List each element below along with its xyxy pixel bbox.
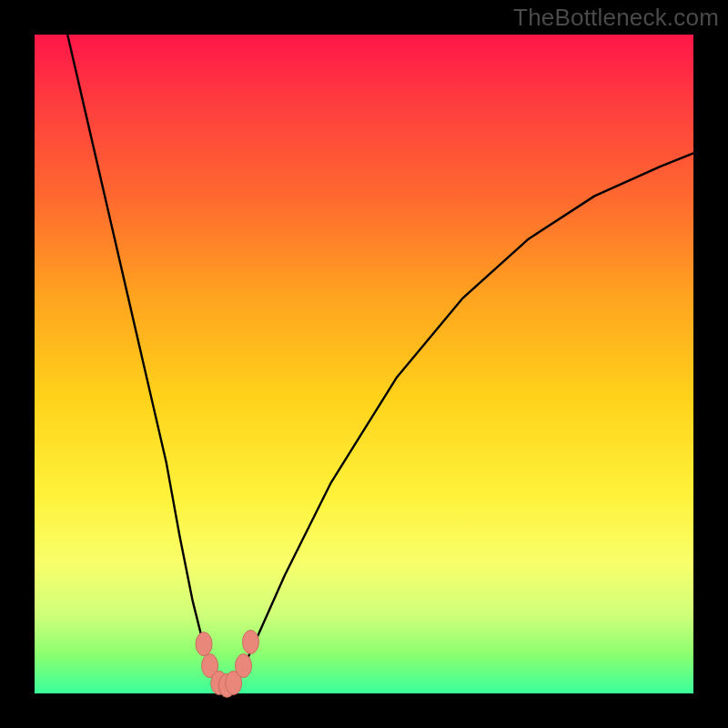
valley-markers [196, 631, 258, 698]
chart-svg [35, 35, 693, 693]
chart-frame: TheBottleneck.com [0, 0, 728, 728]
marker-right-shoulder-bottom [236, 654, 252, 678]
marker-right-shoulder-top [242, 631, 258, 654]
bottleneck-curve [67, 35, 693, 687]
plot-area [35, 35, 693, 693]
marker-left-shoulder-top [196, 632, 212, 656]
watermark-text: TheBottleneck.com [513, 4, 719, 32]
